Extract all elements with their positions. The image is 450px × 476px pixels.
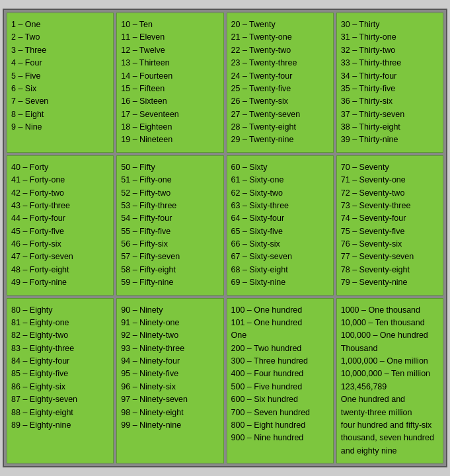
number-line: 23 – Twenty-three bbox=[231, 57, 329, 69]
number-line: 1 – One bbox=[11, 19, 109, 31]
number-line: 92 – Ninety-two bbox=[121, 329, 219, 342]
number-line: 14 – Fourteen bbox=[121, 70, 219, 83]
number-line: 58 – Fifty-eight bbox=[121, 264, 219, 276]
number-line: 300 – Three hundred bbox=[231, 355, 329, 368]
number-line: 17 – Seventeen bbox=[121, 108, 219, 121]
number-line: 63 – Sixty-three bbox=[231, 200, 329, 212]
number-line: 600 – Six hundred bbox=[231, 393, 329, 406]
number-line: 27 – Twenty-seven bbox=[231, 108, 329, 121]
number-line: 100,000 – One hundred bbox=[341, 329, 439, 342]
number-line: 32 – Thirty-two bbox=[341, 44, 439, 57]
cell-1000-plus: 1000 – One thousand10,000 – Ten thousand… bbox=[336, 298, 443, 464]
number-line: 1000 – One thousand bbox=[341, 304, 439, 317]
number-line: 30 – Thirty bbox=[341, 19, 439, 31]
number-line: four hundred and fifty-six bbox=[341, 419, 439, 432]
number-line: 200 – Two hundred bbox=[231, 342, 329, 355]
number-line: 18 – Eighteen bbox=[121, 121, 219, 134]
number-line: 4 – Four bbox=[11, 57, 109, 69]
number-line: 12 – Twelve bbox=[121, 44, 219, 57]
number-line: 6 – Six bbox=[11, 83, 109, 95]
number-line: 98 – Ninety-eight bbox=[121, 407, 219, 419]
number-line: 39 – Thirty-nine bbox=[341, 134, 439, 146]
number-line: 500 – Five hundred bbox=[231, 381, 329, 393]
cell-1-10: 1 – One2 – Two3 – Three4 – Four5 – Five6… bbox=[7, 13, 114, 153]
number-line: One hundred and bbox=[341, 393, 439, 406]
number-line: 42 – Forty-two bbox=[11, 187, 109, 200]
number-line: 91 – Ninety-one bbox=[121, 317, 219, 329]
number-line: 29 – Twenty-nine bbox=[231, 134, 329, 146]
number-line: 50 – Fifty bbox=[121, 161, 219, 174]
number-line: 11 – Eleven bbox=[121, 31, 219, 44]
number-line: 85 – Eighty-five bbox=[11, 368, 109, 380]
number-line: 10 – Ten bbox=[121, 19, 219, 31]
number-line: 97 – Ninety-seven bbox=[121, 393, 219, 406]
number-line: 90 – Ninety bbox=[121, 304, 219, 317]
number-line: 1,000,000 – One million bbox=[341, 355, 439, 368]
cell-60-69: 60 – Sixty61 – Sixty-one62 – Sixty-two63… bbox=[227, 155, 334, 296]
number-line: 83 – Eighty-three bbox=[11, 342, 109, 355]
number-line: 44 – Forty-four bbox=[11, 212, 109, 225]
number-line: 45 – Forty-five bbox=[11, 225, 109, 238]
number-line: 76 – Seventy-six bbox=[341, 238, 439, 251]
number-line: 59 – Fifty-nine bbox=[121, 276, 219, 289]
number-line: 75 – Seventy-five bbox=[341, 225, 439, 238]
number-line: 36 – Thirty-six bbox=[341, 95, 439, 108]
cell-100-900: 100 – One hundred101 – One hundred One20… bbox=[227, 298, 334, 464]
number-line: 46 – Forty-six bbox=[11, 238, 109, 251]
number-line: Thousand bbox=[341, 342, 439, 355]
number-line: 28 – Twenty-eight bbox=[231, 121, 329, 134]
number-line: One bbox=[231, 329, 329, 342]
number-line: 54 – Fifty-four bbox=[121, 212, 219, 225]
number-line: 47 – Forty-seven bbox=[11, 251, 109, 263]
number-line: 100 – One hundred bbox=[231, 304, 329, 317]
number-line: 57 – Fifty-seven bbox=[121, 251, 219, 263]
number-line: 33 – Thirty-three bbox=[341, 57, 439, 69]
number-line: 60 – Sixty bbox=[231, 161, 329, 174]
number-line: 7 – Seven bbox=[11, 95, 109, 108]
number-line: 2 – Two bbox=[11, 31, 109, 44]
number-line: 22 – Twenty-two bbox=[231, 44, 329, 57]
number-line: 66 – Sixty-six bbox=[231, 238, 329, 251]
number-line: 72 – Seventy-two bbox=[341, 187, 439, 200]
number-line: 38 – Thirty-eight bbox=[341, 121, 439, 134]
number-line: 700 – Seven hundred bbox=[231, 407, 329, 419]
number-line: 10,000 – Ten thousand bbox=[341, 317, 439, 329]
number-line: 26 – Twenty-six bbox=[231, 95, 329, 108]
number-line: thousand, seven hundred bbox=[341, 432, 439, 444]
number-line: 800 – Eight hundred bbox=[231, 419, 329, 432]
cell-40-49: 40 – Forty41 – Forty-one42 – Forty-two43… bbox=[7, 155, 114, 296]
number-line: 79 – Seventy-nine bbox=[341, 276, 439, 289]
number-line: 49 – Forty-nine bbox=[11, 276, 109, 289]
cell-90-99: 90 – Ninety91 – Ninety-one92 – Ninety-tw… bbox=[116, 298, 223, 464]
number-line: 5 – Five bbox=[11, 70, 109, 83]
number-line: 70 – Seventy bbox=[341, 161, 439, 174]
number-line: 20 – Twenty bbox=[231, 19, 329, 31]
cell-50-59: 50 – Fifty51 – Fifty-one52 – Fifty-two53… bbox=[116, 155, 223, 296]
number-line: 68 – Sixty-eight bbox=[231, 264, 329, 276]
number-line: 80 – Eighty bbox=[11, 304, 109, 317]
number-line: 8 – Eight bbox=[11, 108, 109, 121]
number-line: 93 – Ninety-three bbox=[121, 342, 219, 355]
number-line: 13 – Thirteen bbox=[121, 57, 219, 69]
number-line: 37 – Thirty-seven bbox=[341, 108, 439, 121]
number-line: 34 – Thirty-four bbox=[341, 70, 439, 83]
number-line: 99 – Ninety-nine bbox=[121, 419, 219, 432]
number-line: 64 – Sixty-four bbox=[231, 212, 329, 225]
number-line: 86 – Eighty-six bbox=[11, 381, 109, 393]
number-line: 9 – Nine bbox=[11, 121, 109, 134]
number-line: 94 – Ninety-four bbox=[121, 355, 219, 368]
number-line: 41 – Forty-one bbox=[11, 174, 109, 186]
number-line: twenty-three million bbox=[341, 407, 439, 419]
number-line: 62 – Sixty-two bbox=[231, 187, 329, 200]
number-line: 40 – Forty bbox=[11, 161, 109, 174]
number-line: 74 – Seventy-four bbox=[341, 212, 439, 225]
number-line: 88 – Eighty-eight bbox=[11, 407, 109, 419]
number-line: 82 – Eighty-two bbox=[11, 329, 109, 342]
number-line: 16 – Sixteen bbox=[121, 95, 219, 108]
number-line: 71 – Seventy-one bbox=[341, 174, 439, 186]
cell-20-29: 20 – Twenty21 – Twenty-one22 – Twenty-tw… bbox=[227, 13, 334, 153]
number-line: 101 – One hundred bbox=[231, 317, 329, 329]
number-line: 900 – Nine hundred bbox=[231, 432, 329, 444]
number-line: 69 – Sixty-nine bbox=[231, 276, 329, 289]
number-line: 55 – Fifty-five bbox=[121, 225, 219, 238]
